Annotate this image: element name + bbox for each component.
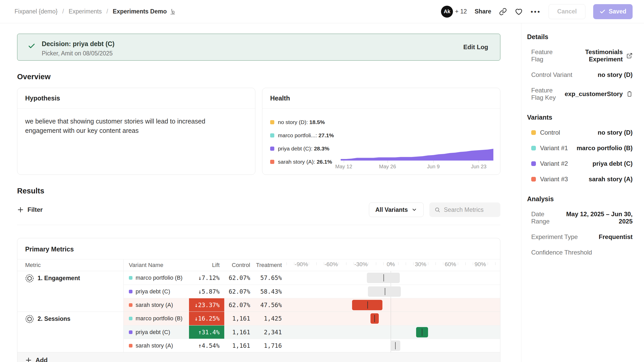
- variant-value: marco portfolio (B): [577, 144, 633, 152]
- variant-label: Variant #2: [540, 160, 568, 167]
- variant-name: priya debt (C): [136, 329, 170, 336]
- metric-group: 2. Sessionsmarco portfolio (B)↓16.25%1,1…: [17, 312, 500, 352]
- variant-color-dot: [129, 290, 132, 293]
- all-variants-dropdown[interactable]: All Variants: [369, 202, 424, 217]
- legend-label: no story (D): 18.5%: [278, 119, 325, 125]
- variant-color-dot: [129, 317, 132, 320]
- confidence-interval-bar: [368, 286, 401, 297]
- primary-metrics-card: Primary Metrics Metric Variant Name Lift…: [17, 238, 500, 362]
- table-row[interactable]: sarah story (A)↑4.54%1,1611,716: [124, 339, 500, 352]
- more-menu-icon[interactable]: •••: [531, 8, 541, 15]
- table-row[interactable]: sarah story (A)↓23.37%62.07%47.56%: [124, 298, 500, 312]
- table-row[interactable]: marco portfolio (B)↓7.12%62.07%57.65%: [124, 271, 500, 285]
- search-metrics-box[interactable]: [429, 202, 500, 217]
- variant-name: marco portfolio (B): [136, 315, 183, 322]
- metric-group-rows: marco portfolio (B)↓7.12%62.07%57.65%pri…: [124, 271, 500, 312]
- control-value: 1,161: [224, 339, 255, 352]
- plus-icon: [25, 357, 32, 362]
- cancel-button[interactable]: Cancel: [549, 4, 585, 19]
- ci-axis-label: 90%: [474, 261, 486, 268]
- confidence-interval-midpoint: [422, 329, 422, 336]
- variant-color-dot: [129, 330, 132, 334]
- ci-minor-tick: [294, 262, 294, 265]
- legend-value: 27.1%: [318, 132, 334, 138]
- ci-minor-tick: [443, 262, 443, 265]
- feature-flag-key-value: exp_customerStory: [565, 90, 623, 98]
- chevron-down-icon: [411, 207, 417, 213]
- table-row[interactable]: marco portfolio (B)↓16.25%1,1611,425: [124, 312, 500, 325]
- overview-heading: Overview: [17, 73, 500, 81]
- variant-value: sarah story (A): [589, 176, 633, 183]
- search-metrics-input[interactable]: [444, 206, 495, 213]
- legend-swatch: [270, 147, 274, 151]
- variant-name: marco portfolio (B): [136, 274, 183, 281]
- microscope-icon: [169, 8, 176, 15]
- ci-minor-tick: [339, 262, 339, 265]
- treatment-value: 1,425: [255, 312, 286, 325]
- lift-value: ↑31.4%: [189, 325, 224, 339]
- add-metric-button[interactable]: Add: [17, 352, 500, 362]
- confidence-interval-cell: [286, 339, 500, 352]
- edit-log-button[interactable]: Edit Log: [463, 44, 488, 51]
- ci-minor-tick: [398, 262, 398, 265]
- breadcrumb-project[interactable]: Fixpanel {demo}: [15, 8, 58, 15]
- variant-row-label: Variant #2: [531, 160, 568, 167]
- experiment-type-value: Frequentist: [599, 233, 633, 241]
- col-header-treatment: Treatment: [255, 262, 286, 269]
- hypothesis-card: Hypothesis we believe that showing custo…: [17, 88, 255, 175]
- metric-cell: 2. Sessions: [17, 312, 124, 352]
- health-x-axis: May 12May 26Jun 9Jun 23: [341, 161, 493, 171]
- avatar[interactable]: Ak: [441, 6, 453, 18]
- copy-link-icon[interactable]: [499, 8, 507, 16]
- ci-minor-tick: [354, 262, 354, 265]
- variant-color-swatch: [531, 146, 536, 150]
- area-series-priya-debt-c-: [341, 149, 493, 161]
- decision-title: Decision: priya debt (C): [42, 40, 448, 48]
- breadcrumb-current: Experiments Demo: [113, 8, 176, 15]
- add-filter-button[interactable]: Filter: [17, 206, 43, 213]
- confidence-interval-midpoint: [395, 342, 396, 349]
- variant-row: Variant #1marco portfolio (B): [531, 144, 633, 152]
- ci-minor-tick: [473, 262, 473, 265]
- share-button[interactable]: Share: [475, 8, 491, 15]
- confidence-interval-midpoint: [385, 288, 385, 295]
- variant-row: Controlno story (D): [531, 129, 633, 136]
- variant-value: no story (D): [598, 129, 633, 136]
- table-row[interactable]: priya debt (C)↓5.87%62.07%58.43%: [124, 285, 500, 298]
- collaborators[interactable]: Ak + 12: [441, 6, 467, 18]
- ci-minor-tick: [436, 262, 436, 265]
- col-header-control: Control: [224, 262, 255, 269]
- legend-value: 18.5%: [309, 119, 325, 125]
- x-axis-tick: [344, 161, 344, 163]
- saved-button[interactable]: Saved: [593, 4, 633, 19]
- health-legend-item: marco portfoli...: 27.1%: [270, 132, 341, 139]
- external-link-icon[interactable]: [626, 53, 633, 59]
- variant-name-cell: sarah story (A): [124, 339, 189, 352]
- variant-color-swatch: [531, 161, 536, 166]
- ci-minor-tick: [495, 262, 495, 265]
- metric-name: 2. Sessions: [38, 315, 71, 322]
- metric-cell: 1. Engagement: [17, 271, 124, 312]
- results-toolbar: Filter All Variants: [17, 202, 500, 225]
- control-value: 62.07%: [224, 298, 255, 312]
- breadcrumb-separator: /: [106, 8, 108, 15]
- confidence-interval-midpoint: [367, 301, 368, 309]
- page-title: Experiments Demo: [113, 8, 167, 15]
- feature-flag-label: Feature Flag: [531, 48, 562, 63]
- favorite-heart-icon[interactable]: [515, 8, 523, 16]
- ci-minor-tick: [376, 262, 376, 265]
- ci-minor-tick: [309, 262, 309, 265]
- confidence-interval-cell: [286, 325, 500, 339]
- lift-value: ↓7.12%: [189, 271, 224, 285]
- variant-label: Variant #1: [540, 144, 568, 152]
- analysis-heading: Analysis: [527, 195, 633, 203]
- copy-clipboard-icon[interactable]: [626, 91, 633, 97]
- feature-flag-value[interactable]: Testimonials Experiment: [562, 48, 623, 63]
- confidence-interval-cell: [286, 298, 500, 312]
- table-row[interactable]: priya debt (C)↑31.4%1,1612,341: [124, 325, 500, 339]
- control-variant-label: Control Variant: [531, 71, 572, 78]
- ci-minor-tick: [458, 262, 458, 265]
- variant-row-label: Variant #3: [531, 176, 568, 183]
- ci-minor-tick: [316, 262, 317, 265]
- breadcrumb-experiments[interactable]: Experiments: [69, 8, 102, 15]
